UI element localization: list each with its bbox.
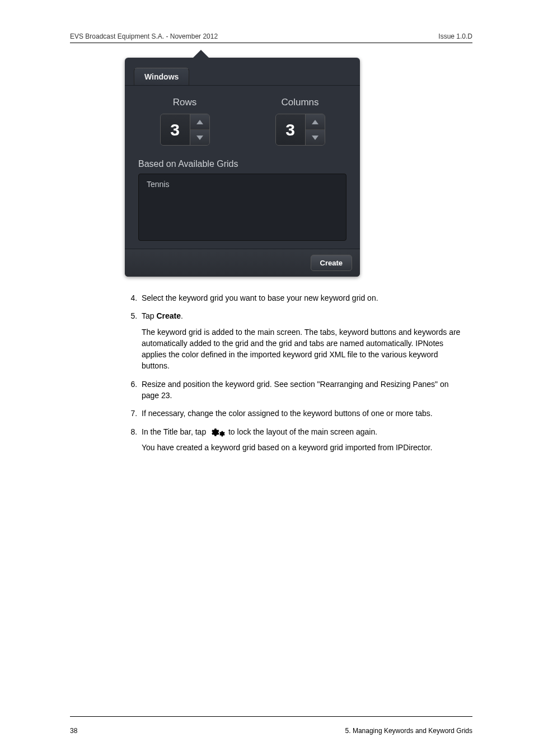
step-para: You have created a keyword grid based on…	[142, 442, 461, 453]
rows-increment-button[interactable]	[190, 114, 209, 129]
step-suffix: to lock the layout of the main screen ag…	[226, 427, 377, 436]
header-rule	[70, 43, 472, 43]
step-text: Resize and position the keyword grid. Se…	[142, 380, 448, 400]
create-button-label: Create	[320, 259, 343, 267]
step-5: Tap Create. The keyword grid is added to…	[139, 310, 461, 371]
section-title: 5. Managing Keywords and Keyword Grids	[345, 727, 472, 735]
triangle-up-icon	[196, 120, 203, 124]
available-grids-label: Based on Available Grids	[138, 159, 346, 169]
popover-arrow-icon	[192, 50, 210, 59]
step-prefix: In the Title bar, tap	[142, 427, 208, 436]
columns-group: Columns 3	[254, 97, 346, 146]
popover-window: Windows Rows 3	[125, 58, 360, 277]
columns-decrement-button[interactable]	[306, 129, 325, 145]
columns-value: 3	[276, 114, 305, 145]
tab-windows[interactable]: Windows	[134, 68, 189, 85]
footer-rule	[70, 716, 472, 717]
rows-label: Rows	[138, 97, 231, 108]
step-4: Select the keyword grid you want to base…	[139, 292, 461, 304]
page-header: EVS Broadcast Equipment S.A. - November …	[70, 32, 472, 40]
step-prefix: Tap	[142, 311, 156, 320]
step-bold: Create	[156, 311, 181, 320]
tab-label: Windows	[144, 72, 179, 81]
step-para: The keyword grid is added to the main sc…	[142, 326, 461, 372]
available-grids-list[interactable]: Tennis	[138, 174, 346, 241]
page-footer: 38 5. Managing Keywords and Keyword Grid…	[70, 727, 472, 735]
triangle-down-icon	[312, 136, 318, 140]
gear-icon	[209, 427, 225, 437]
columns-stepper[interactable]: 3	[275, 114, 325, 146]
step-text: Select the keyword grid you want to base…	[142, 293, 378, 302]
step-6: Resize and position the keyword grid. Se…	[139, 379, 461, 402]
header-left: EVS Broadcast Equipment S.A. - November …	[70, 32, 218, 40]
header-right: Issue 1.0.D	[438, 32, 472, 40]
create-button[interactable]: Create	[311, 255, 352, 271]
rows-stepper[interactable]: 3	[160, 114, 210, 146]
step-suffix: .	[181, 311, 183, 320]
step-7: If necessary, change the color assigned …	[139, 408, 461, 419]
triangle-up-icon	[312, 120, 318, 124]
columns-increment-button[interactable]	[306, 114, 325, 129]
rows-value: 3	[161, 114, 190, 145]
rows-decrement-button[interactable]	[190, 129, 209, 145]
rows-group: Rows 3	[138, 97, 231, 146]
list-item[interactable]: Tennis	[147, 180, 338, 189]
steps-list: Select the keyword grid you want to base…	[125, 292, 461, 454]
step-8: In the Title bar, tap to lock the layout…	[139, 426, 461, 454]
page-number: 38	[70, 727, 77, 735]
columns-label: Columns	[254, 97, 346, 108]
step-text: If necessary, change the color assigned …	[142, 409, 433, 418]
triangle-down-icon	[196, 136, 203, 140]
